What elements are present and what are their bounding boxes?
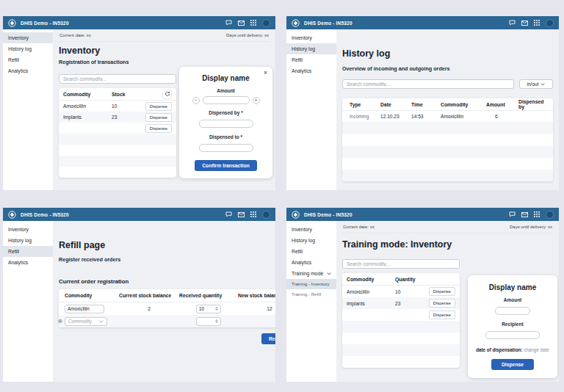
dhis2-logo-icon[interactable] [8, 211, 16, 219]
sidebar-item-label: Refill [292, 249, 303, 254]
chat-icon[interactable] [225, 20, 232, 26]
status-bar: Current date: xx Days until delivery: xx [59, 29, 270, 42]
chevron-down-icon [540, 83, 545, 86]
header-actions [509, 211, 554, 219]
app-header: DHIS Demo - IN5320 [286, 16, 559, 29]
apps-grid-icon[interactable] [534, 211, 540, 217]
header-actions [225, 211, 270, 219]
mail-icon[interactable] [238, 212, 245, 217]
amount-label: Amount [475, 297, 550, 302]
search-input[interactable] [342, 259, 460, 269]
dhis2-logo-icon[interactable] [8, 19, 16, 27]
table-row: Implants 23 Dispense [342, 297, 460, 309]
mail-icon[interactable] [238, 21, 245, 26]
sidebar-item-history-log[interactable]: History log [3, 43, 53, 54]
dispense-button[interactable]: Dispense [429, 311, 455, 319]
sidebar-item-analytics[interactable]: Analytics [3, 257, 53, 268]
screenshot-grid: DHIS Demo - IN5320 Inventory History log… [0, 0, 564, 392]
sidebar-item-training-inventory[interactable]: Training - Inventory [286, 279, 336, 289]
close-icon[interactable]: × [264, 69, 267, 76]
sidebar-item-inventory[interactable]: Inventory [286, 32, 336, 43]
refresh-icon[interactable] [162, 90, 172, 99]
decrement-button[interactable]: − [192, 97, 200, 104]
dispensed-to-input[interactable] [199, 144, 253, 152]
sidebar-item-label: Inventory [8, 227, 29, 232]
empty-row [342, 170, 553, 181]
section-title: Current order registration [59, 278, 275, 285]
chat-icon[interactable] [225, 211, 232, 217]
dispensed-to-label: Dispensed to * [187, 134, 265, 139]
filter-value: in/out [527, 81, 539, 87]
avatar[interactable] [262, 211, 270, 219]
mail-icon[interactable] [521, 212, 528, 217]
sidebar-item-history-log[interactable]: History log [3, 235, 53, 246]
amount-input[interactable] [203, 96, 250, 104]
chat-icon[interactable] [509, 20, 516, 26]
add-row-icon[interactable]: ⊕ [58, 318, 62, 324]
dialog-title: Display name [475, 283, 550, 291]
sidebar-item-refill[interactable]: Refill [286, 246, 336, 257]
header-actions [225, 19, 270, 27]
search-input[interactable] [342, 79, 514, 89]
page-title: History log [342, 48, 553, 59]
content-area: Current date: xx Days until delivery: xx… [53, 29, 275, 190]
order-row: 2 10 12 × [59, 302, 275, 315]
avatar[interactable] [546, 211, 554, 219]
sidebar-item-training-refill[interactable]: Training - Refill [286, 289, 336, 300]
mail-icon[interactable] [521, 21, 528, 26]
sidebar-item-training-mode[interactable]: Training mode [286, 268, 336, 279]
avatar[interactable] [546, 19, 554, 27]
sidebar-item-inventory[interactable]: Inventory [3, 32, 53, 43]
recipient-input[interactable] [485, 331, 540, 339]
commodity-input[interactable] [65, 305, 104, 313]
sidebar-item-inventory[interactable]: Inventory [3, 224, 53, 235]
apps-grid-icon[interactable] [250, 20, 256, 26]
dhis2-logo-icon[interactable] [292, 211, 300, 219]
sidebar-item-inventory[interactable]: Inventory [286, 224, 336, 235]
empty-row [342, 344, 460, 356]
dispense-button[interactable]: Dispense [491, 359, 534, 370]
register-order-button[interactable]: Register order [261, 333, 275, 344]
dispense-button[interactable]: Dispense [429, 287, 455, 296]
sidebar-item-analytics[interactable]: Analytics [3, 65, 53, 76]
empty-row [59, 156, 176, 167]
chat-icon[interactable] [509, 211, 516, 217]
current-date: Current date: xx [59, 33, 91, 37]
amount-input[interactable] [495, 307, 530, 315]
apps-grid-icon[interactable] [250, 211, 256, 217]
dispensed-by-input[interactable] [199, 120, 253, 128]
panel-training-inventory: DHIS Demo - IN5320 Inventory History log… [286, 208, 559, 382]
sidebar-item-refill[interactable]: Refill [3, 246, 53, 257]
sidebar-item-refill[interactable]: Refill [286, 54, 336, 65]
sidebar-item-label: Refill [292, 57, 303, 62]
sidebar-item-analytics[interactable]: Analytics [286, 65, 336, 76]
dispense-button[interactable]: Dispense [145, 102, 172, 111]
search-input[interactable] [59, 74, 176, 84]
dispense-button[interactable]: Dispense [145, 113, 172, 122]
table-header: Commodity Stock [59, 88, 176, 101]
avatar[interactable] [262, 19, 270, 27]
panel-refill: DHIS Demo - IN5320 Inventory History log… [3, 208, 275, 382]
dispense-button[interactable]: Dispense [145, 124, 172, 133]
sidebar-item-refill[interactable]: Refill [3, 54, 53, 65]
table-row: incoming 12.10.23 14:53 Amoxicillin 6 [342, 111, 553, 123]
app-title: DHIS Demo - IN5320 [21, 21, 69, 26]
dhis2-logo-icon[interactable] [292, 19, 300, 27]
empty-row [342, 356, 460, 368]
spinner-arrows-icon[interactable] [215, 307, 218, 311]
sidebar-item-history-log[interactable]: History log [286, 43, 336, 54]
received-quantity-input[interactable]: 10 [196, 305, 221, 313]
increment-button[interactable]: + [253, 97, 260, 104]
change-date-link[interactable]: change date [524, 347, 549, 352]
received-quantity-input[interactable] [196, 317, 221, 326]
apps-grid-icon[interactable] [534, 20, 540, 26]
dispense-dialog: × Display name Amount − + Dispensed by *… [179, 67, 272, 178]
page-subtitle: Register received orders [59, 256, 275, 263]
in-out-filter-select[interactable]: in/out [519, 79, 553, 89]
confirm-transaction-button[interactable]: Confirm transaction [195, 160, 257, 171]
sidebar-item-analytics[interactable]: Analytics [286, 257, 336, 268]
commodity-select[interactable]: Commodity [65, 317, 107, 326]
spinner-arrows-icon[interactable] [215, 319, 218, 324]
sidebar-item-history-log[interactable]: History log [286, 235, 336, 246]
dispense-button[interactable]: Dispense [429, 299, 455, 308]
